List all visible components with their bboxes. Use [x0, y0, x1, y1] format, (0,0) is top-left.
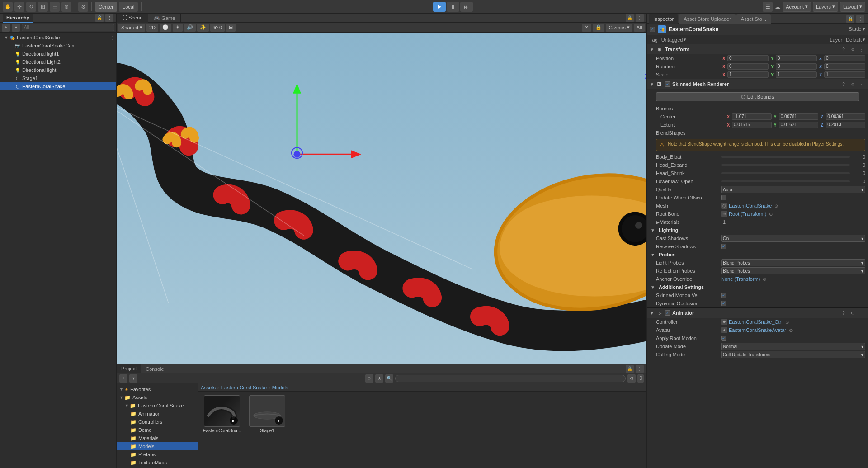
scale-z-input[interactable]: 1 [824, 71, 865, 78]
inspector-lock-btn[interactable]: 🔒 [846, 15, 854, 23]
update-mode-select[interactable]: Normal ▾ [721, 343, 865, 350]
pos-x-input[interactable]: 0 [727, 55, 769, 61]
folder-favorites[interactable]: ▼ ★ Favorites [117, 385, 198, 393]
bounds-extent-z[interactable]: 0.2913 [826, 122, 865, 128]
hier-item-dirlight3[interactable]: 💡 Directional light [0, 66, 116, 74]
dynamic-occlusion-checkbox[interactable] [721, 301, 726, 306]
folder-prefabs[interactable]: 📁 Prefabs [117, 450, 198, 459]
hier-arrow-btn[interactable]: ▾ [12, 24, 20, 32]
materials-row[interactable]: ▶ Materials 1 [647, 218, 868, 226]
asset-play-snake[interactable]: ▶ [230, 416, 238, 425]
pivot-center-btn[interactable]: Center [95, 2, 117, 12]
receive-shadows-checkbox[interactable] [721, 244, 726, 249]
bounds-center-y[interactable]: 0.00781 [779, 113, 819, 120]
project-add-btn[interactable]: + [119, 374, 127, 383]
project-search-btn[interactable]: 🔍 [385, 374, 393, 383]
project-search-input[interactable] [395, 375, 626, 382]
viewport-menu-btn[interactable]: ⋮ [636, 14, 644, 22]
hier-item-cam[interactable]: 📷 EasternCoralSnakeCam [0, 42, 116, 50]
transform-settings-btn[interactable]: ⚙ [849, 46, 856, 53]
light-probes-select[interactable]: Blend Probes ▾ [721, 259, 865, 266]
cast-shadows-select[interactable]: On ▾ [721, 235, 865, 242]
smr-settings-btn[interactable]: ⚙ [849, 80, 856, 88]
render-doc-btn[interactable]: ⊟ [226, 24, 236, 32]
pause-btn[interactable]: ⏸ [447, 2, 459, 12]
additional-settings-section-row[interactable]: ▼ Additional Settings [647, 283, 868, 291]
project-arrow-btn[interactable]: ▾ [129, 374, 137, 383]
folder-eastern-coral-snake[interactable]: ▼ 📁 Eastern Coral Snake [117, 402, 198, 410]
rot-x-input[interactable]: 0 [727, 63, 769, 70]
transform-help-btn[interactable]: ? [840, 46, 847, 53]
hand-tool[interactable]: ✋ [3, 2, 13, 12]
bounds-center-z[interactable]: 0.00361 [826, 113, 865, 120]
move-tool[interactable]: ✛ [14, 2, 24, 12]
culling-mode-select[interactable]: Cull Update Transforms ▾ [721, 351, 865, 358]
inspector-menu-btn[interactable]: ⋮ [856, 15, 864, 23]
layer-dropdown[interactable]: Default ▾ [846, 37, 865, 43]
close-viewport-btn[interactable]: ✕ [582, 24, 591, 32]
animator-header[interactable]: ▼ ▷ Animator ? ⚙ ⋮ [647, 308, 868, 318]
hierarchy-lock-btn[interactable]: 🔓 [95, 14, 104, 22]
cloud-icon[interactable]: ☁ [774, 3, 781, 10]
viewport-search[interactable]: All [634, 24, 645, 32]
smr-menu-btn[interactable]: ⋮ [858, 80, 865, 88]
rect-tool[interactable]: ▭ [50, 2, 60, 12]
layout-btn[interactable]: Layout ▾ [840, 2, 865, 12]
head-shrink-track[interactable] [721, 172, 850, 174]
project-sync-btn[interactable]: ⟳ [365, 374, 373, 383]
light-btn[interactable]: ☀ [173, 24, 183, 32]
hierarchy-search[interactable]: All [22, 24, 114, 31]
account-btn[interactable]: Account ▾ [783, 2, 811, 12]
hier-item-stage1[interactable]: ⬡ Stage1 [0, 74, 116, 82]
folder-assets[interactable]: ▼ 📁 Assets [117, 393, 198, 402]
breadcrumb-assets[interactable]: Assets [201, 385, 216, 390]
step-btn[interactable]: ⏭ [460, 2, 473, 12]
root-bone-btn[interactable]: ⊙ [768, 211, 774, 217]
asset-eastern-coral-snake[interactable]: ▶ EasternCoralSna... [202, 395, 242, 433]
transform-header[interactable]: ▼ ⊕ Transform ? ⚙ ⋮ [647, 44, 868, 54]
lighting-section-row[interactable]: ▼ Lighting [647, 226, 868, 234]
rot-z-input[interactable]: 0 [824, 63, 865, 70]
probes-section-row[interactable]: ▼ Probes [647, 251, 868, 259]
edit-bounds-btn[interactable]: ⬡ Edit Bounds [656, 92, 859, 101]
hier-item-dirlight2[interactable]: 💡 Directional Light2 [0, 58, 116, 66]
project-settings-btn[interactable]: ⚙ [627, 374, 636, 383]
tab-project[interactable]: Project [117, 364, 141, 373]
viewport-canvas[interactable]: X Y Z [117, 33, 646, 364]
folder-demo[interactable]: 📁 Demo [117, 426, 198, 434]
animator-ctrl-btn[interactable]: ⊙ [784, 319, 790, 325]
anchor-override-btn[interactable]: ⊙ [761, 276, 768, 282]
smr-help-btn[interactable]: ? [840, 80, 847, 88]
quality-select[interactable]: Auto ▾ [721, 186, 865, 193]
settings-icon[interactable]: ☰ [763, 2, 773, 12]
apply-root-motion-checkbox[interactable] [721, 336, 726, 341]
folder-controllers[interactable]: 📁 Controllers [117, 418, 198, 426]
lowerjaw-track[interactable] [721, 180, 850, 182]
tab-console[interactable]: Console [141, 364, 168, 373]
breadcrumb-eastern-coral-snake[interactable]: Eastern Coral Snake [221, 385, 267, 390]
dimension-btn[interactable]: 2D [146, 24, 158, 32]
bounds-extent-y[interactable]: 0.01621 [779, 122, 819, 128]
tag-dropdown[interactable]: Untagged ▾ [661, 37, 687, 43]
shade-mode-btn[interactable]: Shaded ▾ [118, 24, 145, 32]
hier-add-btn[interactable]: + [2, 24, 10, 32]
obj-active-checkbox[interactable] [650, 27, 655, 32]
smr-enable-checkbox[interactable] [665, 81, 670, 87]
hierarchy-menu-btn[interactable]: ⋮ [105, 14, 113, 22]
folder-materials[interactable]: 📁 Materials [117, 434, 198, 442]
bounds-extent-x[interactable]: 0.01515 [732, 122, 772, 128]
fx-btn[interactable]: ✨ [197, 24, 209, 32]
smr-header[interactable]: ▼ 🖼 Skinned Mesh Renderer ? ⚙ ⋮ [647, 79, 868, 89]
pos-y-input[interactable]: 0 [776, 55, 817, 61]
obj-static-btn[interactable]: Static ▾ [849, 26, 865, 32]
animator-enable-checkbox[interactable] [665, 310, 670, 316]
asset-play-stage[interactable]: ▶ [275, 416, 283, 425]
project-lock-btn[interactable]: 🔒 [626, 365, 634, 373]
scale-tool[interactable]: ⊞ [38, 2, 48, 12]
folder-animation[interactable]: 📁 Animation [117, 410, 198, 418]
pos-z-input[interactable]: 0 [824, 55, 865, 61]
reflection-probes-select[interactable]: Blend Probes ▾ [721, 267, 865, 274]
skinned-motion-checkbox[interactable] [721, 293, 726, 298]
pivot-space-btn[interactable]: Local [119, 2, 138, 12]
animator-settings-btn[interactable]: ⚙ [849, 309, 856, 317]
